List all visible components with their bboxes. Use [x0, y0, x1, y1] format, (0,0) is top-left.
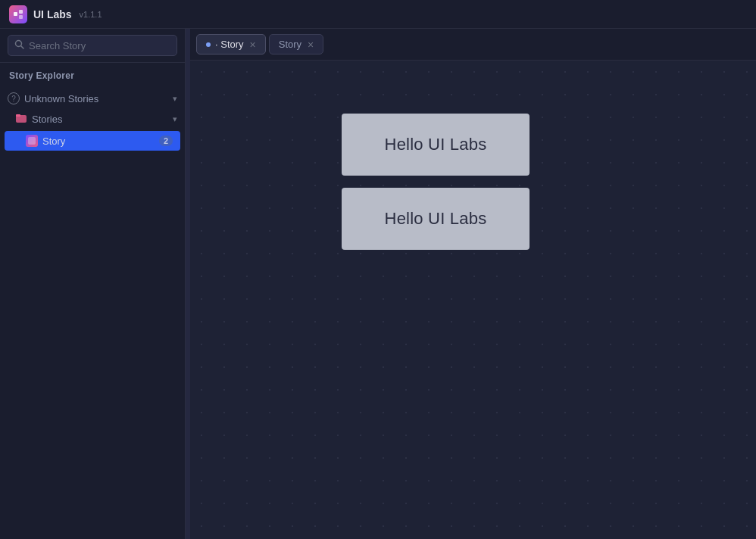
tab-close-1[interactable]: ×	[250, 39, 256, 50]
tab-close-2[interactable]: ×	[308, 39, 314, 50]
topbar: UI Labs v1.1.1	[0, 0, 756, 29]
sidebar: Story Explorer ? Unknown Stories ▾ Stori…	[0, 29, 186, 539]
story-icon	[26, 135, 38, 147]
hello-card-1: Hello UI Labs	[342, 114, 530, 176]
search-input[interactable]	[29, 40, 170, 51]
sidebar-item-story[interactable]: Story 2	[5, 131, 180, 151]
chevron-stories-icon: ▾	[173, 114, 177, 124]
canvas-content: Hello UI Labs Hello UI Labs	[342, 114, 530, 250]
folder-icon	[15, 112, 27, 126]
story-explorer-label: Story Explorer	[0, 63, 185, 86]
svg-line-4	[21, 46, 24, 49]
story-count: 2	[159, 136, 173, 146]
svg-rect-6	[16, 114, 20, 117]
sidebar-item-unknown-stories[interactable]: ? Unknown Stories ▾	[0, 89, 185, 108]
app-version: v1.1.1	[80, 10, 102, 19]
tab-story-2[interactable]: Story ×	[269, 34, 324, 55]
search-container	[0, 29, 185, 63]
tab-dot	[206, 42, 211, 47]
svg-rect-0	[14, 12, 17, 16]
svg-rect-1	[19, 10, 23, 14]
question-icon: ?	[8, 92, 20, 104]
tree-section: ? Unknown Stories ▾ Stories ▾	[0, 86, 185, 154]
tab-label-2: Story	[279, 39, 301, 50]
unknown-stories-label: Unknown Stories	[24, 93, 98, 104]
search-wrapper	[8, 35, 177, 56]
content-area: · Story × Story × Hello UI Labs Hello UI…	[190, 29, 756, 539]
story-label: Story	[42, 136, 65, 147]
tab-story-1[interactable]: · Story ×	[196, 34, 266, 55]
stories-label: Stories	[32, 114, 62, 125]
tab-label-1: · Story	[215, 39, 244, 50]
main-layout: Story Explorer ? Unknown Stories ▾ Stori…	[0, 29, 756, 539]
search-icon	[14, 39, 24, 51]
canvas-area: Hello UI Labs Hello UI Labs	[190, 61, 756, 539]
tabs-bar: · Story × Story ×	[190, 29, 756, 61]
hello-card-2: Hello UI Labs	[342, 188, 530, 250]
app-title: UI Labs	[33, 8, 72, 20]
svg-rect-7	[28, 137, 36, 145]
sidebar-item-stories[interactable]: Stories ▾	[0, 108, 185, 130]
chevron-down-icon: ▾	[173, 94, 177, 104]
app-logo	[9, 5, 27, 23]
svg-rect-2	[19, 15, 23, 19]
